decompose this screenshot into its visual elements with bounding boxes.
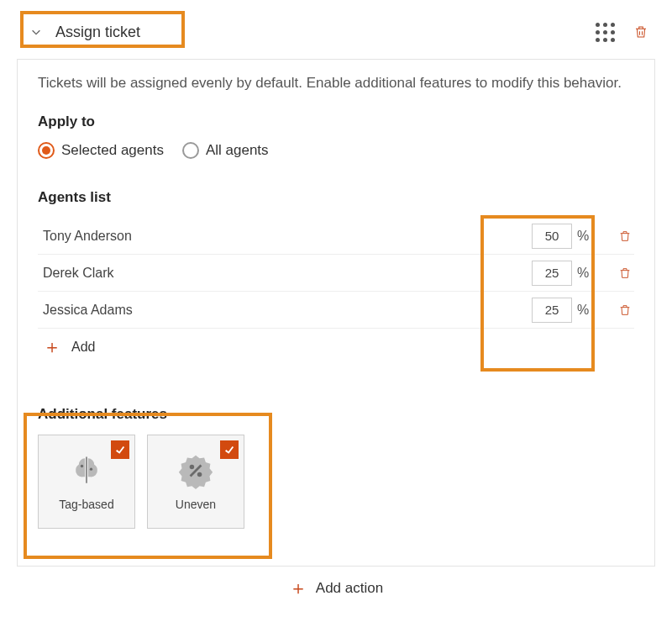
svg-point-1 [81,465,83,467]
delete-agent-button[interactable] [616,227,634,245]
agent-row: Derek Clark % [38,255,634,292]
svg-point-4 [197,472,202,477]
add-action-button[interactable]: ＋ Add action [17,572,655,605]
panel-description: Tickets will be assigned evenly by defau… [38,75,634,92]
agents-list-title: Agents list [38,189,634,206]
plus-icon: ＋ [289,576,307,601]
delete-agent-button[interactable] [616,264,634,282]
checkmark-icon [111,440,129,459]
agent-percent-input[interactable] [532,298,572,323]
panel-title: Assign ticket [55,24,140,41]
add-agent-button[interactable]: ＋ Add [38,329,634,366]
delete-agent-button[interactable] [616,301,634,319]
percent-symbol: % [577,229,607,244]
add-action-label: Add action [316,580,383,597]
panel-header: Assign ticket [17,12,655,52]
radio-dot-icon [182,142,199,159]
radio-label: Selected agents [61,142,164,159]
percent-symbol: % [577,303,607,318]
agent-row: Jessica Adams % [38,292,634,329]
checkmark-icon [220,440,239,459]
percent-symbol: % [577,266,607,281]
agent-name: Derek Clark [38,266,532,281]
agent-percent-input[interactable] [532,261,572,286]
feature-tile-tag-based[interactable]: Tag-based [38,435,135,529]
apps-grid-icon[interactable] [593,20,617,44]
apply-to-radio-group: Selected agents All agents [38,142,634,159]
agent-name: Tony Anderson [38,229,532,244]
additional-features-title: Additional features [38,406,634,423]
radio-selected-agents[interactable]: Selected agents [38,142,164,159]
agent-name: Jessica Adams [38,303,532,318]
radio-all-agents[interactable]: All agents [182,142,269,159]
plus-icon: ＋ [38,335,61,360]
delete-panel-button[interactable] [630,21,652,43]
collapse-toggle[interactable]: Assign ticket [17,18,165,46]
feature-label: Uneven [176,498,216,511]
percent-badge-icon [177,452,214,489]
svg-point-3 [190,465,195,470]
agent-row: Tony Anderson % [38,218,634,255]
chevron-down-icon [30,26,42,38]
agent-percent-input[interactable] [532,224,572,249]
apply-to-title: Apply to [38,113,634,130]
radio-dot-icon [38,142,55,159]
feature-label: Tag-based [59,498,113,511]
feature-tiles: Tag-based Uneven [38,435,634,529]
add-agent-label: Add [71,340,95,355]
brain-icon [68,452,105,489]
feature-tile-uneven[interactable]: Uneven [147,435,244,529]
radio-label: All agents [206,142,269,159]
assign-ticket-card: Tickets will be assigned evenly by defau… [17,59,655,567]
svg-point-2 [90,468,92,471]
